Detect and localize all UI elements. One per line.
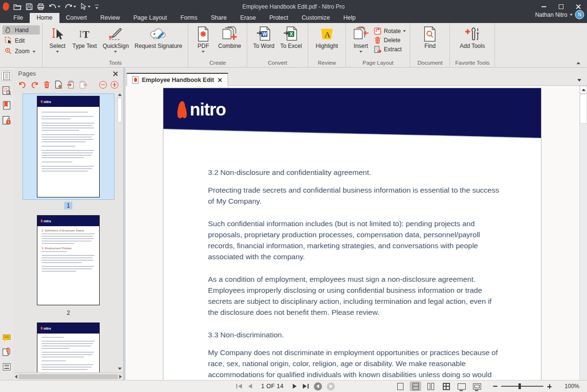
zoom-in-button[interactable] [547,384,552,389]
add-tools-button[interactable]: Add Tools [458,25,486,50]
search-panel-button[interactable] [1,85,12,96]
zoom-icon [5,47,12,55]
thumbnail-page-3[interactable]: nitro [23,321,115,372]
insert-page-button[interactable] [55,81,62,89]
signatures-panel-button[interactable] [1,115,12,126]
facing-view-button[interactable] [425,381,437,391]
document-scrollbar[interactable] [579,86,587,380]
section-heading: 3.3 Non-discrimination. [208,329,499,340]
zoom-slider-handle[interactable] [518,383,521,389]
delete-button[interactable]: Delete [374,36,406,44]
enlarge-thumbnails-button[interactable] [111,81,118,89]
scroll-up-icon[interactable] [118,93,122,96]
insert-button[interactable]: Insert [350,25,372,54]
thumbnails-scrollbar[interactable] [116,92,123,371]
minimize-button[interactable] [535,0,552,13]
scroll-down-icon[interactable] [118,368,122,370]
zoom-out-button[interactable] [493,386,497,387]
scroll-right-icon[interactable] [119,375,122,379]
select-button[interactable]: Select [46,25,69,54]
view-controls: 100% [394,381,579,391]
rotate-button[interactable]: Rotate [374,27,406,35]
scrollbar-thumb[interactable] [117,98,122,123]
thumbnail-page-2[interactable]: nitro 2. Definitions of Employee Status … [23,213,115,307]
first-page-button[interactable] [236,383,242,389]
next-page-button[interactable] [292,383,298,389]
document-tab-label: Employee Handbook Edit [142,77,214,83]
thumb2-heading-2: 3. Employment Policies [42,247,95,250]
redo-button[interactable] [65,4,76,10]
combine-button[interactable]: Combine [216,25,243,50]
tab-file[interactable]: File [7,13,30,23]
save-button[interactable] [26,3,33,10]
close-pages-panel-button[interactable] [113,71,118,77]
tab-list-dropdown[interactable] [577,79,581,81]
zoom-tool-button[interactable]: Zoom [2,46,40,56]
close-document-button[interactable] [218,78,222,82]
document-scrollbar-thumb[interactable] [580,94,587,124]
bookmarks-panel-button[interactable] [1,100,12,111]
maximize-button[interactable] [552,0,570,13]
tab-home[interactable]: Home [30,13,59,23]
thumbnails-hscrollbar[interactable] [13,372,123,380]
print-button[interactable] [37,3,45,10]
page-indicator[interactable]: 1 OF 14 [261,383,284,390]
undo-dropdown-caret[interactable] [58,6,60,8]
open-button[interactable] [13,3,22,10]
find-button[interactable]: Find [419,25,441,50]
type-text-button[interactable]: T Type Text [70,25,99,50]
collapse-ribbon-button[interactable] [576,62,580,64]
previous-view-button[interactable] [314,382,322,391]
undo-button[interactable] [49,4,60,10]
pdf-button[interactable]: PDF [192,25,214,54]
fit-page-view-button[interactable] [456,381,467,391]
edit-tool-button[interactable]: Edit [2,36,40,45]
scroll-up-button[interactable] [580,86,587,93]
tab-page-layout[interactable]: Page Layout [127,13,173,23]
pages-panel-button[interactable] [1,70,12,81]
request-signature-button[interactable]: x Request Signature [133,25,184,50]
previous-page-button[interactable] [247,383,253,389]
thumbnail-page-1[interactable]: nitro [23,93,115,200]
extract-page-button[interactable] [79,81,87,89]
close-button[interactable] [570,0,587,13]
tab-protect[interactable]: Protect [263,13,295,23]
continuous-view-button[interactable] [410,381,421,391]
facing-continuous-view-button[interactable] [440,381,452,391]
rotate-left-button[interactable] [18,81,26,89]
extract-button[interactable]: Extract [374,46,406,53]
shrink-thumbnails-button[interactable] [99,81,107,89]
tab-forms[interactable]: Forms [173,13,204,23]
customize-quick-access-button[interactable] [95,6,103,8]
delete-page-button[interactable] [43,81,50,89]
tab-erase[interactable]: Erase [233,13,263,23]
to-excel-button[interactable]: X To Excel [278,25,304,50]
last-page-button[interactable] [302,383,309,389]
output-panel-button[interactable] [1,361,12,372]
hscrollbar-thumb[interactable] [19,374,118,379]
to-word-button[interactable]: W To Word [251,25,276,50]
tab-review[interactable]: Review [93,13,127,23]
attachments-panel-button[interactable] [1,346,12,357]
comments-panel-button[interactable] [1,332,12,342]
fit-width-view-button[interactable] [471,381,483,391]
tab-help[interactable]: Help [337,13,363,23]
scroll-left-icon[interactable] [15,375,17,379]
highlight-button[interactable]: A Highlight [312,25,342,50]
zoom-level[interactable]: 100% [563,383,579,390]
hand-tool-button[interactable]: Hand [2,25,40,35]
tab-share[interactable]: Share [204,13,233,23]
redo-dropdown-caret[interactable] [73,6,76,8]
tab-customize[interactable]: Customize [295,13,337,23]
document-tab[interactable]: Employee Handbook Edit [127,73,228,86]
zoom-dropdown-caret[interactable] [33,51,35,53]
tab-convert[interactable]: Convert [59,13,94,23]
select-dropdown-caret[interactable] [88,6,91,8]
next-view-button[interactable] [327,382,335,391]
replace-page-button[interactable] [67,81,75,89]
single-page-view-button[interactable] [394,381,406,391]
rotate-right-button[interactable] [31,81,39,89]
zoom-slider[interactable] [501,383,543,390]
select-tool-quick-button[interactable] [81,3,91,10]
quicksign-button[interactable]: QuickSign [101,25,131,54]
